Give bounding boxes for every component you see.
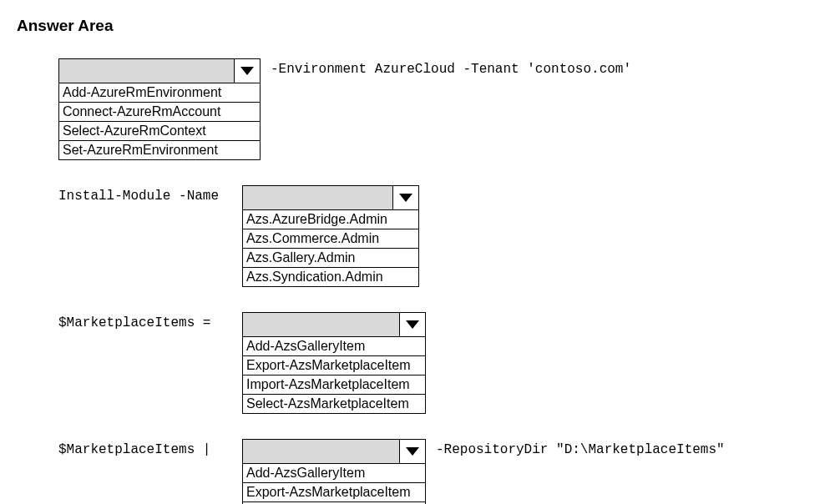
dropdown-arrow-box[interactable] bbox=[392, 186, 418, 209]
dropdown-option[interactable]: Azs.Commerce.Admin bbox=[243, 229, 418, 249]
code-trail-4: -RepositoryDir "D:\MarketplaceItems" bbox=[436, 439, 725, 457]
dropdown-option[interactable]: Set-AzureRmEnvironment bbox=[59, 141, 260, 159]
dropdown-arrow-box[interactable] bbox=[234, 59, 260, 83]
dropdown-arrow-box[interactable] bbox=[399, 313, 425, 336]
dropdown-arrow-box[interactable] bbox=[399, 440, 425, 463]
code-left-4: $MarketplaceItems | bbox=[58, 439, 242, 457]
dropdown-option[interactable]: Select-AzureRmContext bbox=[59, 122, 260, 141]
dropdown-option[interactable]: Select-AzsMarketplaceItem bbox=[243, 395, 425, 413]
chevron-down-icon bbox=[406, 447, 419, 456]
dropdown-option[interactable]: Add-AzureRmEnvironment bbox=[59, 83, 260, 103]
code-left-3: $MarketplaceItems = bbox=[58, 312, 242, 330]
dropdown-option[interactable]: Export-AzsMarketplaceItem bbox=[243, 356, 425, 375]
dropdown-option[interactable]: Add-AzsGalleryItem bbox=[243, 337, 425, 356]
page-title: Answer Area bbox=[17, 17, 818, 35]
dropdown-4[interactable]: Add-AzsGalleryItem Export-AzsMarketplace… bbox=[242, 439, 426, 504]
dropdown-option[interactable]: Azs.Gallery.Admin bbox=[243, 249, 418, 268]
dropdown-selected bbox=[243, 440, 399, 463]
dropdown-selected bbox=[59, 59, 234, 83]
dropdown-option[interactable]: Connect-AzureRmAccount bbox=[59, 103, 260, 122]
chevron-down-icon bbox=[240, 67, 254, 75]
dropdown-header[interactable] bbox=[59, 59, 260, 83]
dropdown-option[interactable]: Import-AzsMarketplaceItem bbox=[243, 375, 425, 395]
row-1: Add-AzureRmEnvironment Connect-AzureRmAc… bbox=[17, 58, 818, 160]
chevron-down-icon bbox=[399, 194, 412, 202]
dropdown-header[interactable] bbox=[243, 440, 425, 464]
dropdown-1[interactable]: Add-AzureRmEnvironment Connect-AzureRmAc… bbox=[58, 58, 261, 160]
dropdown-header[interactable] bbox=[243, 186, 418, 210]
dropdown-option[interactable]: Export-AzsMarketplaceItem bbox=[243, 483, 425, 502]
dropdown-header[interactable] bbox=[243, 313, 425, 337]
dropdown-2[interactable]: Azs.AzureBridge.Admin Azs.Commerce.Admin… bbox=[242, 185, 419, 287]
dropdown-option[interactable]: Add-AzsGalleryItem bbox=[243, 464, 425, 483]
dropdown-selected bbox=[243, 313, 399, 336]
row-4: $MarketplaceItems | Add-AzsGalleryItem E… bbox=[17, 439, 818, 504]
dropdown-3[interactable]: Add-AzsGalleryItem Export-AzsMarketplace… bbox=[242, 312, 426, 414]
chevron-down-icon bbox=[406, 320, 419, 329]
dropdown-option[interactable]: Azs.Syndication.Admin bbox=[243, 268, 418, 286]
code-left-2: Install-Module -Name bbox=[58, 185, 242, 204]
dropdown-option[interactable]: Azs.AzureBridge.Admin bbox=[243, 210, 418, 229]
row-2: Install-Module -Name Azs.AzureBridge.Adm… bbox=[17, 185, 818, 287]
code-trail-1: -Environment AzureCloud -Tenant 'contoso… bbox=[271, 58, 631, 77]
row-3: $MarketplaceItems = Add-AzsGalleryItem E… bbox=[17, 312, 818, 414]
dropdown-selected bbox=[243, 186, 392, 209]
